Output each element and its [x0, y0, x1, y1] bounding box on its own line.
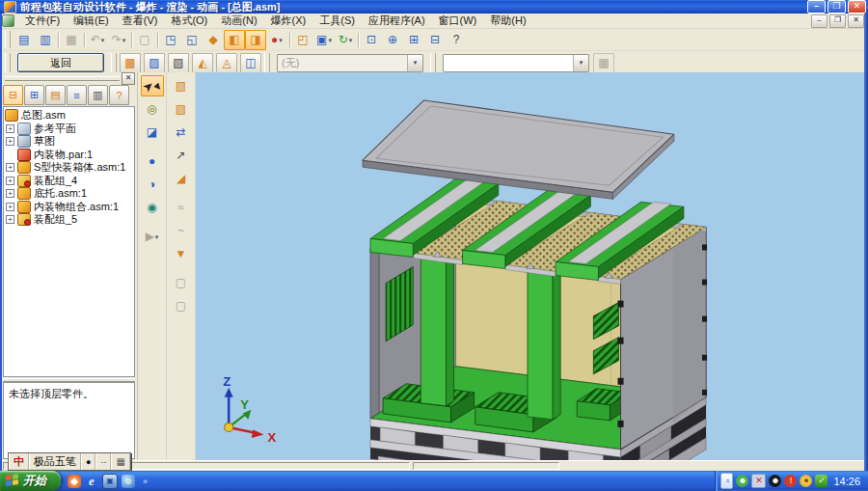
ime-keyboard-button[interactable]: ▦ [111, 453, 129, 470]
expand-toggle[interactable] [6, 124, 14, 133]
explode-extra-button[interactable]: ▢ [170, 272, 193, 293]
help-pointer-button[interactable]: ? [446, 30, 467, 50]
explode-extra2-button[interactable]: ▢ [170, 295, 193, 316]
expand-toggle[interactable] [6, 137, 14, 146]
tree-item[interactable]: 装配组_4 [5, 175, 133, 188]
quicklaunch-media-icon[interactable]: ◆ [68, 475, 81, 488]
select-filter-button[interactable]: ◎ [141, 98, 164, 120]
redo-button[interactable]: ↷ [108, 30, 129, 50]
expand-toggle[interactable] [6, 203, 14, 211]
hide-icons-button[interactable]: » [720, 473, 733, 489]
mdi-restore-button[interactable]: ❐ [829, 14, 846, 28]
play-animation-button[interactable]: ▶ [141, 226, 164, 247]
quick-launch-overflow[interactable]: » [143, 477, 148, 486]
mdi-minimize-button[interactable]: – [811, 14, 827, 28]
save-all-button[interactable]: ▥ [35, 30, 56, 50]
lid-panel[interactable] [363, 100, 674, 199]
shaded-edges-view-button[interactable]: ◨ [245, 30, 266, 50]
security-alert-icon[interactable]: ! [784, 475, 797, 487]
return-button[interactable]: 返回 [17, 53, 104, 72]
edgebar-tab-help[interactable]: ? [109, 85, 129, 105]
menu-item[interactable]: 爆炸(X) [264, 13, 313, 29]
zoom-area-button[interactable]: ⊡ [361, 30, 382, 50]
menu-item[interactable]: 文件(F) [18, 13, 67, 29]
bind-parts-button[interactable]: ≈ [170, 197, 193, 218]
mdi-close-button[interactable]: ✕ [848, 14, 864, 28]
explode-config-button[interactable]: ◰ [292, 30, 313, 50]
tree-item[interactable]: 内装物.par:1 [5, 149, 133, 162]
menu-item[interactable]: 编辑(E) [67, 13, 116, 29]
tree-item[interactable]: 底托.asm:1 [5, 187, 133, 201]
linear-explode-button[interactable]: ⇄ [170, 122, 193, 143]
expand-toggle[interactable] [6, 189, 14, 198]
expand-toggle[interactable] [6, 163, 14, 172]
move-part-button[interactable]: ◢ [170, 168, 193, 189]
print-button[interactable]: ▦ [61, 30, 82, 50]
drag-component-button[interactable]: ◭ [192, 53, 213, 73]
viewport-canvas[interactable]: Z X Y [196, 72, 868, 461]
coin-icon[interactable]: ● [800, 475, 812, 487]
shaded-display-button[interactable]: ● [141, 150, 164, 172]
sketch-line-button[interactable]: ↗ [170, 145, 193, 166]
apply-animation-button[interactable]: ▦ [593, 53, 614, 73]
collapse-all-button[interactable]: ▼ [170, 243, 193, 264]
panel-grip[interactable]: ✕ [3, 73, 135, 83]
menu-item[interactable]: 动画(N) [214, 13, 263, 29]
menu-item[interactable]: 应用程序(A) [362, 13, 432, 29]
wedge-view-button[interactable]: ◆ [203, 30, 224, 50]
iso-view-button[interactable]: ◳ [160, 30, 181, 50]
minimize-button[interactable]: – [807, 0, 826, 14]
edgebar-tab-assembly-tree[interactable]: ⊟ [3, 85, 23, 105]
tree-item[interactable]: 草图 [5, 135, 133, 149]
unexplode-button[interactable]: ▨ [144, 53, 165, 73]
edgebar-tab-layers[interactable]: ≡ [67, 85, 87, 105]
menu-item[interactable]: 工具(S) [312, 13, 362, 29]
save-button[interactable]: ▤ [14, 30, 35, 50]
shaded-view-button[interactable]: ◧ [224, 30, 245, 50]
menu-item[interactable]: 查看(V) [116, 13, 165, 29]
visible-edges-display-button[interactable]: ◉ [141, 197, 164, 218]
ime-shape-button[interactable]: ● [81, 453, 95, 470]
render-button[interactable]: ↻ [335, 30, 356, 50]
ime-mode-button[interactable]: 中 [9, 453, 29, 470]
unbind-parts-button[interactable]: ~ [170, 220, 193, 241]
paste-button[interactable]: ▢ [134, 30, 155, 50]
explode-config-dropdown[interactable]: (无) [277, 54, 423, 72]
tree-item[interactable]: 装配组_5 [5, 213, 133, 227]
quicklaunch-ie-icon[interactable]: e [85, 475, 98, 488]
erase-button[interactable]: ◪ [141, 122, 164, 143]
explode-options-button[interactable]: ▧ [168, 53, 189, 73]
expand-toggle[interactable] [6, 215, 14, 224]
menu-item[interactable]: 帮助(H) [483, 13, 532, 29]
menu-item[interactable]: 格式(O) [164, 13, 214, 29]
edgebar-tab-alternate[interactable]: ▤ [45, 85, 66, 105]
quicklaunch-desktop-icon[interactable]: ▣ [102, 474, 118, 489]
close-button[interactable]: ✕ [848, 0, 866, 14]
auto-explode-button[interactable]: ▩ [120, 53, 141, 73]
quicklaunch-globe-icon[interactable]: ◍ [122, 475, 135, 488]
wireframe-display-button[interactable]: ◑ [141, 174, 164, 195]
dimetric-view-button[interactable]: ◱ [181, 30, 203, 50]
network-error-icon[interactable]: ✕ [751, 474, 766, 488]
tree-item[interactable]: 总图.asm [5, 109, 133, 123]
antivirus-shield-icon[interactable]: ✓ [815, 475, 827, 487]
tree-item[interactable]: 参考平面 [5, 123, 133, 136]
animation-dropdown[interactable] [443, 54, 589, 72]
previous-view-button[interactable]: ⊟ [424, 30, 446, 50]
view-style-button[interactable]: ● [266, 30, 287, 50]
expand-toggle[interactable] [6, 177, 14, 185]
explode-auto-button[interactable]: ▧ [170, 75, 193, 96]
fit-button[interactable]: ⊞ [403, 30, 424, 50]
im-online-icon[interactable]: ☻ [736, 475, 748, 487]
ime-name-label[interactable]: 极品五笔 [29, 453, 81, 470]
start-button[interactable]: 开始 [0, 471, 61, 491]
undo-button[interactable]: ↶ [87, 30, 108, 50]
explode-settings-button[interactable]: ▨ [170, 98, 193, 120]
viewport[interactable]: Z X Y [196, 72, 868, 461]
ime-punct-button[interactable]: ·· [95, 453, 111, 470]
move-component-button[interactable]: ◬ [216, 53, 237, 73]
tree-item[interactable]: S型快装箱体.asm:1 [5, 161, 133, 175]
qq-icon[interactable]: ☻ [769, 475, 781, 487]
display-settings-button[interactable]: ▣ [313, 30, 335, 50]
collapse-button[interactable]: ◫ [240, 53, 261, 73]
